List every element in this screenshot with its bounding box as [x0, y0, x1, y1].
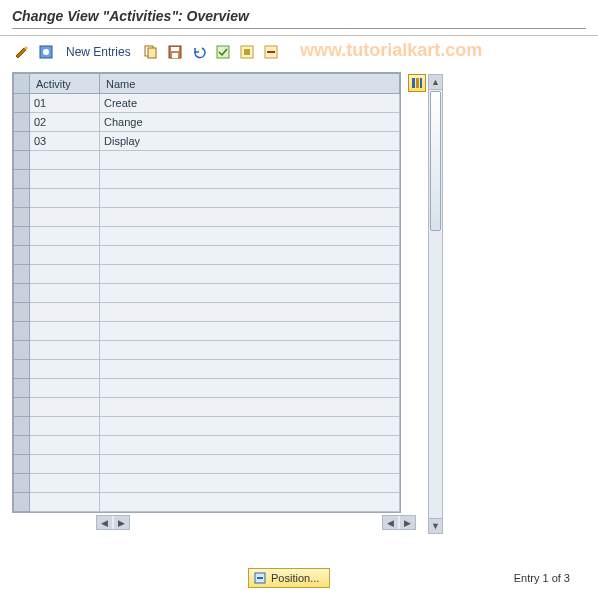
scroll-left-icon[interactable]: ◀ — [97, 516, 112, 529]
select-all-icon[interactable] — [213, 42, 233, 62]
svg-rect-13 — [416, 78, 419, 88]
table-row-empty[interactable] — [14, 284, 400, 303]
scroll-up-icon[interactable]: ▲ — [429, 75, 442, 90]
new-entries-button[interactable]: New Entries — [60, 42, 137, 62]
select-all-rows[interactable] — [14, 74, 30, 94]
table-row-empty[interactable] — [14, 417, 400, 436]
table-row[interactable]: 02 Change — [14, 113, 400, 132]
table-row-empty[interactable] — [14, 493, 400, 512]
svg-rect-3 — [148, 48, 156, 58]
toolbar: New Entries — [0, 36, 598, 68]
deselect-all-icon[interactable] — [237, 42, 257, 62]
horizontal-scrollbar-right[interactable]: ◀ ▶ — [382, 515, 416, 530]
table-settings-icon[interactable] — [408, 74, 426, 92]
table-row-empty[interactable] — [14, 455, 400, 474]
cell-name[interactable]: Display — [100, 132, 400, 151]
footer: Position... Entry 1 of 3 — [0, 566, 598, 590]
page-title: Change View "Activities": Overview — [12, 8, 586, 29]
cell-name[interactable]: Change — [100, 113, 400, 132]
table-row-empty[interactable] — [14, 322, 400, 341]
svg-rect-5 — [171, 47, 179, 51]
svg-point-1 — [43, 49, 49, 55]
cell-activity[interactable]: 01 — [30, 94, 100, 113]
table-row[interactable]: 03 Display — [14, 132, 400, 151]
entry-status: Entry 1 of 3 — [514, 572, 570, 584]
scroll-down-icon[interactable]: ▼ — [429, 518, 442, 533]
table-row-empty[interactable] — [14, 208, 400, 227]
table-row-empty[interactable] — [14, 303, 400, 322]
table-row-empty[interactable] — [14, 474, 400, 493]
position-icon — [253, 571, 267, 585]
row-selector[interactable] — [14, 94, 30, 113]
table-row-empty[interactable] — [14, 265, 400, 284]
copy-icon[interactable] — [141, 42, 161, 62]
cell-activity[interactable]: 02 — [30, 113, 100, 132]
position-label: Position... — [271, 572, 319, 584]
delete-icon[interactable] — [261, 42, 281, 62]
table-row-empty[interactable] — [14, 246, 400, 265]
svg-rect-16 — [257, 577, 263, 579]
cell-name[interactable]: Create — [100, 94, 400, 113]
cell-activity[interactable]: 03 — [30, 132, 100, 151]
save-icon[interactable] — [165, 42, 185, 62]
vertical-scrollbar[interactable]: ▲ ▼ — [428, 74, 443, 534]
toggle-display-change-icon[interactable] — [12, 42, 32, 62]
table-row-empty[interactable] — [14, 436, 400, 455]
scroll-left-icon[interactable]: ◀ — [383, 516, 398, 529]
svg-rect-9 — [244, 49, 250, 55]
table-row-empty[interactable] — [14, 151, 400, 170]
undo-icon[interactable] — [189, 42, 209, 62]
svg-rect-12 — [412, 78, 415, 88]
column-header-name[interactable]: Name — [100, 74, 400, 94]
horizontal-scrollbar-left[interactable]: ◀ ▶ — [96, 515, 130, 530]
table-row-empty[interactable] — [14, 227, 400, 246]
activities-table: Activity Name 01 Create 02 Change 03 — [12, 72, 401, 513]
table-row-empty[interactable] — [14, 170, 400, 189]
column-header-activity[interactable]: Activity — [30, 74, 100, 94]
table-row-empty[interactable] — [14, 379, 400, 398]
row-selector[interactable] — [14, 113, 30, 132]
scroll-thumb[interactable] — [430, 91, 441, 231]
svg-rect-7 — [217, 46, 229, 58]
svg-rect-6 — [172, 53, 178, 58]
scroll-right-icon[interactable]: ▶ — [114, 516, 129, 529]
row-selector[interactable] — [14, 132, 30, 151]
other-view-icon[interactable] — [36, 42, 56, 62]
position-button[interactable]: Position... — [248, 568, 330, 588]
table-row-empty[interactable] — [14, 341, 400, 360]
table-row-empty[interactable] — [14, 360, 400, 379]
svg-rect-14 — [420, 78, 422, 88]
scroll-right-icon[interactable]: ▶ — [400, 516, 415, 529]
table-row[interactable]: 01 Create — [14, 94, 400, 113]
table-row-empty[interactable] — [14, 398, 400, 417]
table-row-empty[interactable] — [14, 189, 400, 208]
